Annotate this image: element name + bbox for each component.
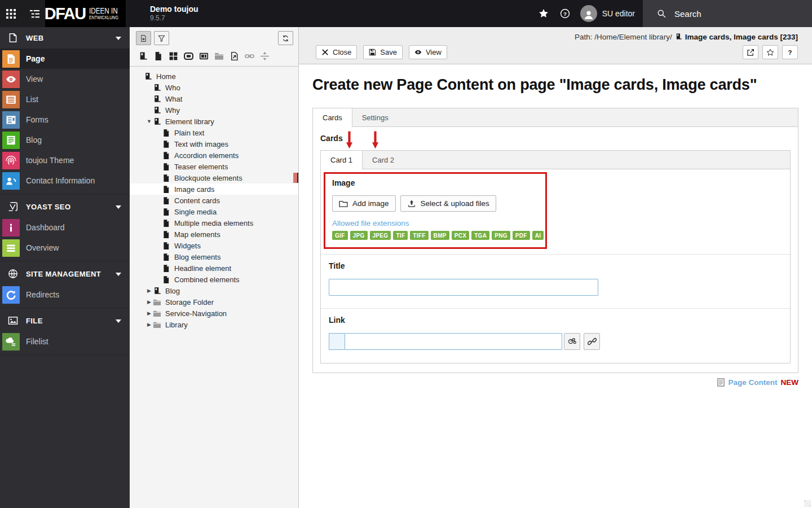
page-tree-toggle-icon[interactable] [29, 8, 40, 19]
bookmark-star-icon [766, 49, 774, 56]
door-page-icon[interactable] [138, 51, 148, 61]
close-button[interactable]: Close [316, 45, 357, 59]
tree-node-accordion-elements[interactable]: Accordion elements [130, 150, 298, 161]
help-icon[interactable]: ? [554, 0, 576, 27]
select-upload-files-button[interactable]: Select & upload files [400, 195, 496, 212]
view-button[interactable]: View [409, 45, 447, 59]
tree-node-storage-folder[interactable]: ▶Storage Folder [130, 296, 298, 308]
record-status-badge: NEW [781, 378, 799, 387]
section-label: FILE [26, 317, 116, 325]
link-input[interactable] [345, 333, 562, 350]
sidebar-item-overview[interactable]: Overview [0, 238, 130, 258]
tree-node-label: Combined elements [174, 275, 240, 284]
add-image-button[interactable]: Add image [332, 195, 396, 212]
doc-icon [162, 140, 170, 148]
star-icon[interactable] [533, 0, 554, 27]
module-body: Create new Page Content on page "Image c… [299, 64, 812, 508]
tab-card-1[interactable]: Card 1 [320, 150, 363, 169]
bookmark-star-button[interactable] [762, 45, 778, 59]
sidebar-section-header-web[interactable]: WEB [0, 27, 130, 49]
plugin-page-icon[interactable] [199, 51, 209, 61]
sidebar-item-blog[interactable]: Blog [0, 130, 130, 150]
resize-grip[interactable] [804, 500, 811, 507]
global-search[interactable]: Search [643, 0, 812, 27]
tree-node-multiple-media-elements[interactable]: Multiple media elements [130, 217, 298, 229]
tree-node-widgets[interactable]: Widgets [130, 240, 298, 251]
doc-icon [162, 129, 170, 137]
sidebar-item-contact-information[interactable]: Contact Information [0, 170, 130, 191]
filter-icon[interactable] [154, 31, 169, 45]
tree-node-why[interactable]: Why [130, 104, 298, 116]
shortcut-page-icon[interactable] [230, 51, 239, 61]
dfau-logo[interactable]: DFAU IDEEN IN ENTWICKLUNG [45, 0, 126, 27]
tree-node-what[interactable]: What [130, 93, 298, 104]
sidebar-section-header-yoast-seo[interactable]: YOAST SEO [0, 196, 130, 217]
sidebar-section-file: FILEFilelist [0, 310, 130, 355]
tree-node-content-cards[interactable]: Content cards [130, 195, 298, 206]
tree-node-plain-text[interactable]: Plain text [130, 127, 298, 138]
folder-gray-icon[interactable] [214, 51, 224, 61]
file-ext-badge: TGA [471, 231, 489, 240]
sidebar-item-page[interactable]: Page [0, 49, 130, 69]
tree-node-element-library[interactable]: ▼Element library [130, 116, 298, 127]
grid-page-icon[interactable] [169, 51, 178, 61]
tree-node-text-with-images[interactable]: Text with images [130, 138, 298, 150]
folder-open-icon [339, 200, 348, 208]
tree-node-blog[interactable]: ▶Blog [130, 285, 298, 296]
caret-expanded-icon[interactable]: ▼ [145, 119, 153, 124]
chevron-down-icon [116, 204, 121, 210]
sidebar-item-forms[interactable]: Forms [0, 110, 130, 130]
breadcrumb: Path: /Home/Element library/ Image cards… [299, 30, 812, 43]
tab-card-2[interactable]: Card 2 [363, 151, 404, 169]
modules-grid-icon[interactable] [5, 8, 16, 19]
tree-node-combined-elements[interactable]: Combined elements [130, 274, 298, 285]
external-link-icon[interactable] [245, 51, 254, 61]
title-input[interactable] [329, 279, 598, 296]
link-wizard-button[interactable] [564, 333, 580, 350]
sidebar-item-label: toujou Theme [26, 156, 74, 165]
caret-collapsed-icon[interactable]: ▶ [145, 310, 153, 316]
tree-node-teaser-elements[interactable]: Teaser elements [130, 161, 298, 172]
sidebar-item-label: Dashboard [26, 223, 65, 232]
open-new-window-button[interactable] [743, 45, 758, 59]
sidebar-item-list[interactable]: List [0, 89, 130, 110]
tree-node-blog-elements[interactable]: Blog elements [130, 251, 298, 262]
sidebar-section-header-site-management[interactable]: SITE MANAGEMENT [0, 263, 130, 284]
caret-collapsed-icon[interactable]: ▶ [145, 288, 153, 294]
spacer-icon[interactable] [260, 51, 270, 61]
sidebar-item-filelist[interactable]: Filelist [0, 331, 130, 352]
link-browser-button[interactable] [584, 333, 600, 350]
tab-settings[interactable]: Settings [352, 109, 398, 126]
caret-collapsed-icon[interactable]: ▶ [145, 299, 153, 305]
chevron-down-icon [116, 271, 121, 277]
new-page-icon[interactable] [136, 31, 151, 45]
user-menu[interactable]: SU editor [576, 5, 643, 22]
tree-node-service-navigation[interactable]: ▶Service-Navigation [130, 308, 298, 319]
help-question-icon: ? [786, 49, 794, 56]
sidebar-item-view[interactable]: View [0, 69, 130, 89]
sidebar-item-toujou-theme[interactable]: toujou Theme [0, 150, 130, 170]
tree-node-library[interactable]: ▶Library [130, 319, 298, 330]
tab-cards[interactable]: Cards [312, 108, 352, 127]
sidebar-item-dashboard[interactable]: Dashboard [0, 217, 130, 238]
card-tabs: Card 1Card 2 [320, 150, 791, 169]
tree-node-headline-element[interactable]: Headline element [130, 262, 298, 274]
tree-node-map-elements[interactable]: Map elements [130, 229, 298, 240]
blog-module-icon [2, 132, 20, 149]
sidebar-section-header-file[interactable]: FILE [0, 310, 130, 331]
sidebar-item-redirects[interactable]: Redirects [0, 284, 130, 305]
tree-node-home[interactable]: Home [130, 71, 298, 82]
yoast-icon [8, 202, 18, 212]
new-document-icon[interactable] [153, 51, 163, 61]
refresh-icon[interactable] [278, 31, 293, 45]
mountpoint-icon[interactable] [184, 51, 193, 61]
help-question-button[interactable]: ? [782, 45, 798, 59]
save-button[interactable]: Save [363, 45, 403, 59]
tree-node-label: Blog [165, 287, 180, 295]
tree-node-image-cards[interactable]: Image cards [130, 183, 298, 195]
caret-collapsed-icon[interactable]: ▶ [145, 322, 153, 327]
tree-node-single-media[interactable]: Single media [130, 206, 298, 217]
tree-node-who[interactable]: Who [130, 82, 298, 93]
save-icon [369, 49, 376, 56]
tree-node-blockquote-elements[interactable]: Blockquote elements [130, 172, 298, 183]
